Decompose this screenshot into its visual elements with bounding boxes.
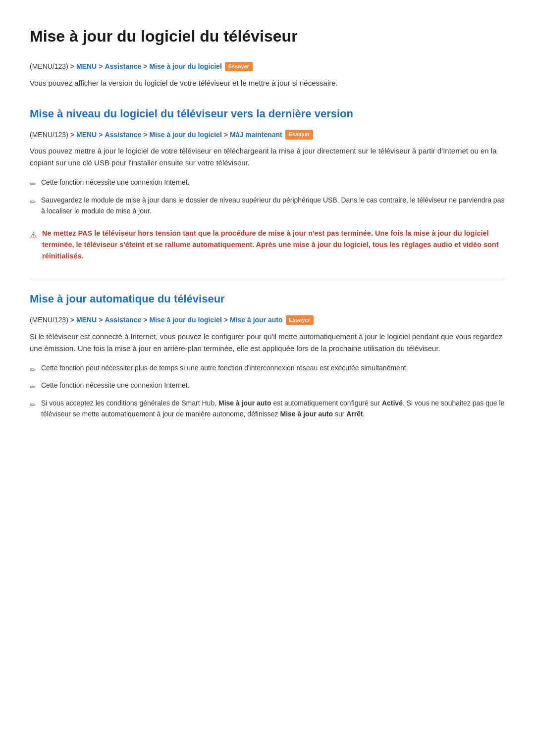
note-text-2: Sauvegardez le module de mise à jour dan…	[41, 195, 505, 217]
breadcrumb-sep-1b: >	[99, 61, 103, 72]
breadcrumb-sep-1a: >	[70, 61, 74, 72]
note-item: Cette fonction nécessite une connexion I…	[30, 380, 505, 394]
essayer-badge-1[interactable]: Essayer	[225, 62, 253, 72]
breadcrumb-menu-2: MENU	[76, 129, 97, 140]
note-text-1: Cette fonction nécessite une connexion I…	[41, 177, 190, 188]
note-text-5: Si vous acceptez les conditions générale…	[41, 398, 505, 420]
breadcrumb-assistance-2[interactable]: Assistance	[105, 129, 141, 140]
breadcrumb-sep-1c: >	[143, 61, 147, 72]
note5-text5: .	[363, 410, 365, 418]
breadcrumb-maj-2: MàJ maintenant	[230, 129, 282, 140]
breadcrumb-menu-3: MENU	[76, 314, 97, 325]
pencil-icon-5	[30, 399, 36, 411]
breadcrumb-3: (MENU/123) > MENU > Assistance > Mise à …	[30, 314, 505, 325]
note-text-3: Cette fonction peut nécessiter plus de t…	[41, 362, 408, 373]
breadcrumb-auto-3: Mise à jour auto	[230, 314, 283, 325]
warning-box: ⚠ Ne mettez PAS le téléviseur hors tensi…	[30, 226, 505, 264]
section2-notes: Cette fonction peut nécessiter plus de t…	[30, 362, 505, 420]
note5-bold4: Arrêt	[346, 410, 363, 418]
warning-text: Ne mettez PAS le téléviseur hors tension…	[42, 228, 505, 262]
note-text-4: Cette fonction nécessite une connexion I…	[41, 380, 190, 391]
note5-text2: est automatiquement configuré sur	[271, 399, 382, 407]
breadcrumb-sep-2b: >	[99, 129, 103, 140]
breadcrumb-logiciel-3: Mise à jour du logiciel	[150, 314, 222, 325]
breadcrumb-1: (MENU/123) > MENU > Assistance > Mise à …	[30, 61, 505, 72]
breadcrumb-sep-2d: >	[224, 129, 228, 140]
breadcrumb-sep-3a: >	[70, 314, 74, 325]
breadcrumb-prefix-3: (MENU/123)	[30, 314, 68, 325]
section1-desc: Vous pouvez mettre à jour le logiciel de…	[30, 145, 505, 169]
note-item: Cette fonction nécessite une connexion I…	[30, 177, 505, 191]
section-divider	[30, 278, 505, 278]
section2-desc: Si le téléviseur est connecté à Internet…	[30, 331, 505, 354]
breadcrumb-assistance-1[interactable]: Assistance	[105, 61, 141, 72]
note-item: Cette fonction peut nécessiter plus de t…	[30, 362, 505, 376]
pencil-icon-1	[30, 178, 36, 191]
page-description: Vous pouvez afficher la version du logic…	[30, 77, 505, 89]
note-item: Sauvegardez le module de mise à jour dan…	[30, 195, 505, 217]
pencil-icon-3	[30, 363, 36, 376]
breadcrumb-sep-3b: >	[99, 314, 103, 325]
note5-text4: sur	[333, 410, 346, 418]
note-item: Si vous acceptez les conditions générale…	[30, 398, 505, 420]
warning-triangle-icon: ⚠	[30, 229, 37, 242]
pencil-icon-4	[30, 381, 36, 394]
breadcrumb-2: (MENU/123) > MENU > Assistance > Mise à …	[30, 129, 505, 140]
note5-text1: Si vous acceptez les conditions générale…	[41, 399, 218, 407]
essayer-badge-2[interactable]: Essayer	[285, 130, 313, 140]
breadcrumb-prefix-2: (MENU/123)	[30, 129, 68, 140]
breadcrumb-prefix-1: (MENU/123)	[30, 61, 68, 72]
note5-bold2: Activé	[382, 399, 403, 407]
section2-title: Mise à jour automatique du téléviseur	[30, 290, 505, 307]
essayer-badge-3[interactable]: Essayer	[286, 315, 314, 325]
breadcrumb-assistance-3[interactable]: Assistance	[105, 314, 141, 325]
breadcrumb-logiciel-2: Mise à jour du logiciel	[150, 129, 222, 140]
section1-title: Mise à niveau du logiciel du téléviseur …	[30, 105, 505, 122]
note5-bold1: Mise à jour auto	[218, 399, 271, 407]
breadcrumb-sep-2a: >	[70, 129, 74, 140]
pencil-icon-2	[30, 196, 36, 208]
breadcrumb-menu-1: MENU	[76, 61, 97, 72]
page-title: Mise à jour du logiciel du téléviseur	[30, 24, 505, 49]
breadcrumb-sep-2c: >	[143, 129, 147, 140]
breadcrumb-sep-3d: >	[224, 314, 228, 325]
breadcrumb-sep-3c: >	[143, 314, 147, 325]
breadcrumb-logiciel-1: Mise à jour du logiciel	[150, 61, 222, 72]
note5-bold3: Mise à jour auto	[280, 410, 333, 418]
section1-notes: Cette fonction nécessite une connexion I…	[30, 177, 505, 216]
